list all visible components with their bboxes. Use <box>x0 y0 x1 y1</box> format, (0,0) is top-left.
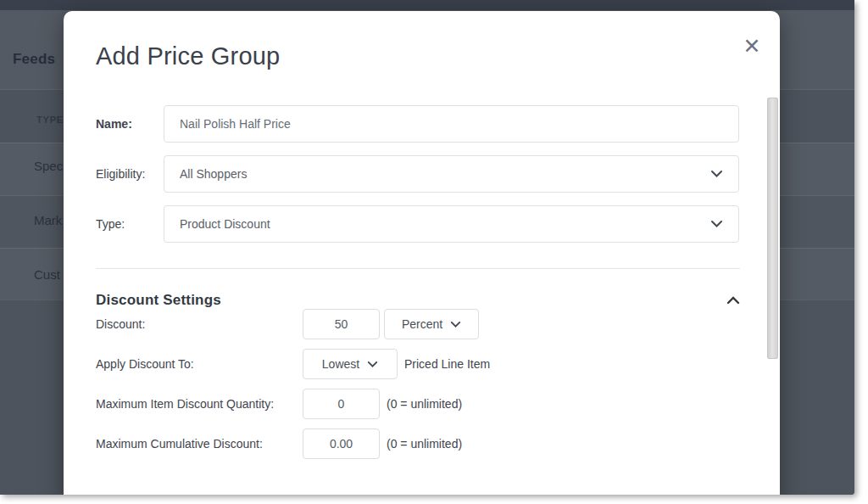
max-item-discount-quantity-hint: (0 = unlimited) <box>387 397 462 411</box>
chevron-down-icon <box>367 357 378 371</box>
table-row-label: Cust <box>34 267 60 282</box>
table-row-label: Mark <box>34 213 62 227</box>
max-cumulative-discount-row: Maximum Cumulative Discount: (0 = unlimi… <box>96 428 739 459</box>
eligibility-label: Eligibility: <box>96 167 164 181</box>
max-cumulative-discount-input[interactable] <box>303 428 380 459</box>
chevron-down-icon <box>710 167 723 181</box>
add-price-group-dialog: ✕ Add Price Group Name: Eligibility: All… <box>64 11 780 495</box>
apply-discount-to-select[interactable]: Lowest <box>303 349 398 379</box>
apply-discount-to-label: Apply Discount To: <box>96 357 303 371</box>
name-label: Name: <box>96 117 164 131</box>
name-input[interactable] <box>164 105 739 143</box>
eligibility-row: Eligibility: All Shoppers <box>96 155 739 193</box>
max-item-discount-quantity-label: Maximum Item Discount Quantity: <box>96 397 303 411</box>
discount-settings-heading: Discount Settings <box>96 292 221 309</box>
type-label: Type: <box>96 217 164 231</box>
eligibility-selected-value: All Shoppers <box>180 167 247 181</box>
type-selected-value: Product Discount <box>180 217 270 231</box>
type-row: Type: Product Discount <box>96 205 739 243</box>
modal-scrollbar-thumb[interactable] <box>767 98 778 359</box>
chevron-down-icon <box>710 217 723 231</box>
max-item-discount-quantity-row: Maximum Item Discount Quantity: (0 = unl… <box>96 389 739 419</box>
apply-discount-to-suffix: Priced Line Item <box>404 357 490 371</box>
discount-label: Discount: <box>96 317 303 331</box>
chevron-down-icon <box>450 317 461 331</box>
app-window: Feeds TYPE Spec Mark Cust ✕ Add Price Gr… <box>0 0 854 495</box>
apply-discount-to-value: Lowest <box>322 357 359 371</box>
name-row: Name: <box>96 105 739 143</box>
background-top-strip <box>0 0 854 10</box>
type-select[interactable]: Product Discount <box>164 205 739 243</box>
max-item-discount-quantity-input[interactable] <box>303 389 380 419</box>
discount-amount-input[interactable] <box>303 309 380 339</box>
max-cumulative-discount-hint: (0 = unlimited) <box>387 437 462 451</box>
dialog-title: Add Price Group <box>96 42 739 70</box>
apply-discount-to-row: Apply Discount To: Lowest Priced Line It… <box>96 349 739 379</box>
table-column-header-type: TYPE <box>36 115 64 125</box>
discount-settings-section-toggle[interactable]: Discount Settings <box>96 292 740 309</box>
discount-row: Discount: Percent <box>96 309 739 339</box>
close-icon[interactable]: ✕ <box>737 31 766 60</box>
section-divider <box>96 268 740 269</box>
eligibility-select[interactable]: All Shoppers <box>164 155 739 193</box>
nav-item-feeds: Feeds <box>13 51 55 68</box>
chevron-up-icon <box>726 293 740 308</box>
discount-unit-select[interactable]: Percent <box>384 309 479 339</box>
discount-unit-value: Percent <box>402 317 442 331</box>
table-row-label: Spec <box>34 159 63 173</box>
max-cumulative-discount-label: Maximum Cumulative Discount: <box>96 437 303 451</box>
